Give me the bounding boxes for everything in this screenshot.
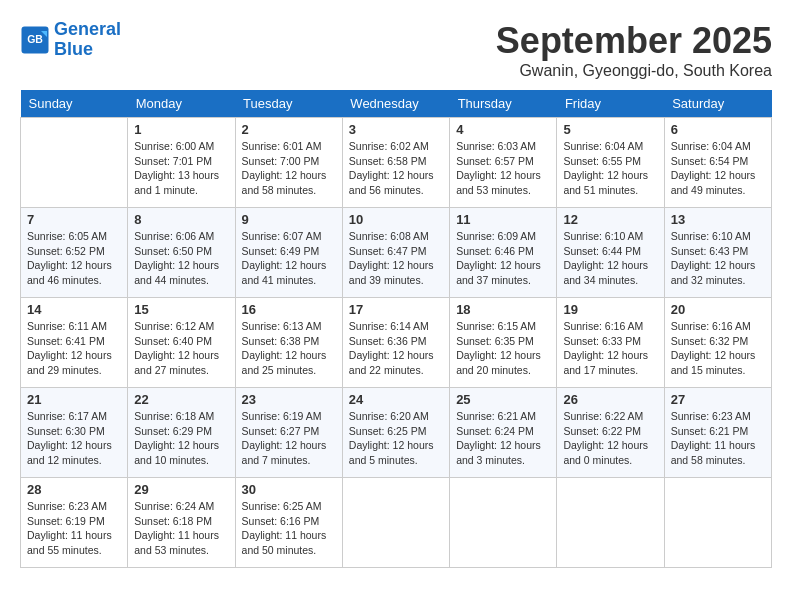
month-title: September 2025 [496, 20, 772, 62]
calendar-cell: 22Sunrise: 6:18 AM Sunset: 6:29 PM Dayli… [128, 388, 235, 478]
day-number: 27 [671, 392, 765, 407]
calendar-cell: 16Sunrise: 6:13 AM Sunset: 6:38 PM Dayli… [235, 298, 342, 388]
day-info: Sunrise: 6:04 AM Sunset: 6:54 PM Dayligh… [671, 139, 765, 198]
weekday-header-friday: Friday [557, 90, 664, 118]
svg-text:GB: GB [27, 33, 43, 45]
day-info: Sunrise: 6:02 AM Sunset: 6:58 PM Dayligh… [349, 139, 443, 198]
calendar-cell [342, 478, 449, 568]
calendar-cell: 4Sunrise: 6:03 AM Sunset: 6:57 PM Daylig… [450, 118, 557, 208]
day-info: Sunrise: 6:12 AM Sunset: 6:40 PM Dayligh… [134, 319, 228, 378]
calendar-cell: 27Sunrise: 6:23 AM Sunset: 6:21 PM Dayli… [664, 388, 771, 478]
calendar-cell: 1Sunrise: 6:00 AM Sunset: 7:01 PM Daylig… [128, 118, 235, 208]
day-info: Sunrise: 6:06 AM Sunset: 6:50 PM Dayligh… [134, 229, 228, 288]
day-info: Sunrise: 6:00 AM Sunset: 7:01 PM Dayligh… [134, 139, 228, 198]
weekday-header-tuesday: Tuesday [235, 90, 342, 118]
calendar-cell: 6Sunrise: 6:04 AM Sunset: 6:54 PM Daylig… [664, 118, 771, 208]
day-number: 7 [27, 212, 121, 227]
calendar-cell: 19Sunrise: 6:16 AM Sunset: 6:33 PM Dayli… [557, 298, 664, 388]
calendar-cell: 9Sunrise: 6:07 AM Sunset: 6:49 PM Daylig… [235, 208, 342, 298]
day-number: 18 [456, 302, 550, 317]
day-info: Sunrise: 6:24 AM Sunset: 6:18 PM Dayligh… [134, 499, 228, 558]
calendar-cell: 24Sunrise: 6:20 AM Sunset: 6:25 PM Dayli… [342, 388, 449, 478]
day-number: 16 [242, 302, 336, 317]
calendar-cell: 13Sunrise: 6:10 AM Sunset: 6:43 PM Dayli… [664, 208, 771, 298]
title-block: September 2025 Gwanin, Gyeonggi-do, Sout… [496, 20, 772, 80]
calendar-cell: 15Sunrise: 6:12 AM Sunset: 6:40 PM Dayli… [128, 298, 235, 388]
week-row-5: 28Sunrise: 6:23 AM Sunset: 6:19 PM Dayli… [21, 478, 772, 568]
day-number: 1 [134, 122, 228, 137]
calendar-cell: 29Sunrise: 6:24 AM Sunset: 6:18 PM Dayli… [128, 478, 235, 568]
weekday-header-wednesday: Wednesday [342, 90, 449, 118]
day-info: Sunrise: 6:23 AM Sunset: 6:19 PM Dayligh… [27, 499, 121, 558]
day-info: Sunrise: 6:07 AM Sunset: 6:49 PM Dayligh… [242, 229, 336, 288]
logo-line2: Blue [54, 39, 93, 59]
day-info: Sunrise: 6:15 AM Sunset: 6:35 PM Dayligh… [456, 319, 550, 378]
calendar-cell: 23Sunrise: 6:19 AM Sunset: 6:27 PM Dayli… [235, 388, 342, 478]
page-header: GB General Blue September 2025 Gwanin, G… [20, 20, 772, 80]
day-number: 28 [27, 482, 121, 497]
day-info: Sunrise: 6:05 AM Sunset: 6:52 PM Dayligh… [27, 229, 121, 288]
calendar-cell: 12Sunrise: 6:10 AM Sunset: 6:44 PM Dayli… [557, 208, 664, 298]
calendar-cell: 3Sunrise: 6:02 AM Sunset: 6:58 PM Daylig… [342, 118, 449, 208]
calendar-cell: 5Sunrise: 6:04 AM Sunset: 6:55 PM Daylig… [557, 118, 664, 208]
calendar-cell [664, 478, 771, 568]
day-number: 30 [242, 482, 336, 497]
calendar-cell: 21Sunrise: 6:17 AM Sunset: 6:30 PM Dayli… [21, 388, 128, 478]
calendar-cell: 2Sunrise: 6:01 AM Sunset: 7:00 PM Daylig… [235, 118, 342, 208]
day-info: Sunrise: 6:10 AM Sunset: 6:43 PM Dayligh… [671, 229, 765, 288]
day-info: Sunrise: 6:11 AM Sunset: 6:41 PM Dayligh… [27, 319, 121, 378]
day-number: 3 [349, 122, 443, 137]
weekday-header-saturday: Saturday [664, 90, 771, 118]
calendar-cell: 17Sunrise: 6:14 AM Sunset: 6:36 PM Dayli… [342, 298, 449, 388]
day-number: 2 [242, 122, 336, 137]
day-info: Sunrise: 6:16 AM Sunset: 6:32 PM Dayligh… [671, 319, 765, 378]
calendar-cell: 7Sunrise: 6:05 AM Sunset: 6:52 PM Daylig… [21, 208, 128, 298]
calendar-cell: 11Sunrise: 6:09 AM Sunset: 6:46 PM Dayli… [450, 208, 557, 298]
weekday-header-monday: Monday [128, 90, 235, 118]
day-number: 29 [134, 482, 228, 497]
day-info: Sunrise: 6:14 AM Sunset: 6:36 PM Dayligh… [349, 319, 443, 378]
calendar-cell: 10Sunrise: 6:08 AM Sunset: 6:47 PM Dayli… [342, 208, 449, 298]
day-info: Sunrise: 6:10 AM Sunset: 6:44 PM Dayligh… [563, 229, 657, 288]
calendar-cell: 20Sunrise: 6:16 AM Sunset: 6:32 PM Dayli… [664, 298, 771, 388]
logo: GB General Blue [20, 20, 121, 60]
day-number: 5 [563, 122, 657, 137]
weekday-header-row: SundayMondayTuesdayWednesdayThursdayFrid… [21, 90, 772, 118]
day-info: Sunrise: 6:25 AM Sunset: 6:16 PM Dayligh… [242, 499, 336, 558]
calendar-cell: 18Sunrise: 6:15 AM Sunset: 6:35 PM Dayli… [450, 298, 557, 388]
day-number: 22 [134, 392, 228, 407]
day-info: Sunrise: 6:19 AM Sunset: 6:27 PM Dayligh… [242, 409, 336, 468]
day-number: 4 [456, 122, 550, 137]
day-number: 8 [134, 212, 228, 227]
day-number: 15 [134, 302, 228, 317]
logo-icon: GB [20, 25, 50, 55]
day-info: Sunrise: 6:01 AM Sunset: 7:00 PM Dayligh… [242, 139, 336, 198]
day-number: 9 [242, 212, 336, 227]
weekday-header-sunday: Sunday [21, 90, 128, 118]
day-info: Sunrise: 6:23 AM Sunset: 6:21 PM Dayligh… [671, 409, 765, 468]
calendar-cell [450, 478, 557, 568]
day-info: Sunrise: 6:04 AM Sunset: 6:55 PM Dayligh… [563, 139, 657, 198]
day-info: Sunrise: 6:16 AM Sunset: 6:33 PM Dayligh… [563, 319, 657, 378]
day-info: Sunrise: 6:22 AM Sunset: 6:22 PM Dayligh… [563, 409, 657, 468]
calendar-cell: 28Sunrise: 6:23 AM Sunset: 6:19 PM Dayli… [21, 478, 128, 568]
day-number: 21 [27, 392, 121, 407]
logo-text: General Blue [54, 20, 121, 60]
calendar-cell: 8Sunrise: 6:06 AM Sunset: 6:50 PM Daylig… [128, 208, 235, 298]
week-row-2: 7Sunrise: 6:05 AM Sunset: 6:52 PM Daylig… [21, 208, 772, 298]
day-number: 11 [456, 212, 550, 227]
location: Gwanin, Gyeonggi-do, South Korea [496, 62, 772, 80]
calendar: SundayMondayTuesdayWednesdayThursdayFrid… [20, 90, 772, 568]
day-info: Sunrise: 6:21 AM Sunset: 6:24 PM Dayligh… [456, 409, 550, 468]
calendar-cell [21, 118, 128, 208]
day-info: Sunrise: 6:17 AM Sunset: 6:30 PM Dayligh… [27, 409, 121, 468]
day-number: 25 [456, 392, 550, 407]
day-number: 10 [349, 212, 443, 227]
day-info: Sunrise: 6:09 AM Sunset: 6:46 PM Dayligh… [456, 229, 550, 288]
week-row-1: 1Sunrise: 6:00 AM Sunset: 7:01 PM Daylig… [21, 118, 772, 208]
day-number: 12 [563, 212, 657, 227]
day-number: 23 [242, 392, 336, 407]
calendar-cell: 14Sunrise: 6:11 AM Sunset: 6:41 PM Dayli… [21, 298, 128, 388]
day-number: 24 [349, 392, 443, 407]
logo-line1: General [54, 19, 121, 39]
